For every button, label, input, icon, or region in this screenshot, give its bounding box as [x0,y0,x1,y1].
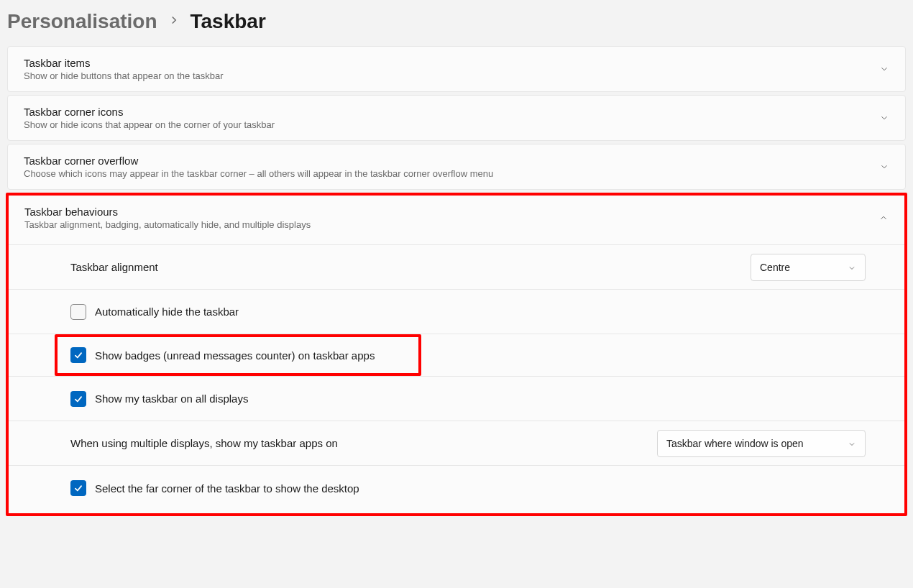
multi-displays-dropdown[interactable]: Taskbar where window is open [657,430,866,457]
section-title: Taskbar items [24,57,224,69]
section-taskbar-corner-icons[interactable]: Taskbar corner icons Show or hide icons … [7,95,906,141]
chevron-down-icon [848,263,856,272]
all-displays-row: Show my taskbar on all displays [9,377,904,421]
multi-displays-row: When using multiple displays, show my ta… [9,421,904,466]
section-subtitle: Show or hide icons that appear on the co… [24,119,275,130]
section-subtitle: Taskbar alignment, badging, automaticall… [24,219,311,230]
chevron-up-icon [878,213,889,223]
show-badges-checkbox[interactable] [70,347,86,363]
section-taskbar-behaviours: Taskbar behaviours Taskbar alignment, ba… [9,196,904,510]
all-displays-checkbox[interactable] [70,391,86,407]
alignment-dropdown[interactable]: Centre [751,254,866,281]
taskbar-alignment-row: Taskbar alignment Centre [9,245,904,290]
auto-hide-checkbox[interactable] [70,304,86,320]
highlight-box-inner: Show badges (unread messages counter) on… [55,334,421,376]
section-title: Taskbar corner icons [24,106,275,118]
chevron-right-icon [168,14,180,30]
section-header[interactable]: Taskbar behaviours Taskbar alignment, ba… [9,196,904,245]
show-badges-label: Show badges (unread messages counter) on… [95,349,375,362]
section-subtitle: Show or hide buttons that appear on the … [24,70,224,81]
section-title: Taskbar corner overflow [24,155,493,167]
alignment-label: Taskbar alignment [70,261,158,273]
chevron-down-icon [879,64,889,74]
chevron-down-icon [879,113,889,123]
dropdown-value: Taskbar where window is open [666,438,804,449]
breadcrumb-current: Taskbar [191,10,266,33]
auto-hide-label: Automatically hide the taskbar [95,306,239,318]
chevron-down-icon [879,162,889,172]
far-corner-label: Select the far corner of the taskbar to … [95,482,359,495]
breadcrumb-parent-link[interactable]: Personalisation [7,10,157,33]
multi-displays-label: When using multiple displays, show my ta… [70,437,338,449]
far-corner-checkbox[interactable] [70,480,86,496]
badges-row-container: Show badges (unread messages counter) on… [9,334,904,377]
auto-hide-row: Automatically hide the taskbar [9,290,904,334]
breadcrumb: Personalisation Taskbar [0,0,913,46]
section-taskbar-corner-overflow[interactable]: Taskbar corner overflow Choose which ico… [7,144,906,190]
section-subtitle: Choose which icons may appear in the tas… [24,168,493,179]
section-taskbar-items[interactable]: Taskbar items Show or hide buttons that … [7,46,906,92]
dropdown-value: Centre [760,262,790,273]
section-title: Taskbar behaviours [24,206,311,218]
far-corner-row: Select the far corner of the taskbar to … [9,466,904,510]
chevron-down-icon [848,439,856,448]
highlight-box-outer: Taskbar behaviours Taskbar alignment, ba… [6,193,907,516]
all-displays-label: Show my taskbar on all displays [95,392,248,405]
